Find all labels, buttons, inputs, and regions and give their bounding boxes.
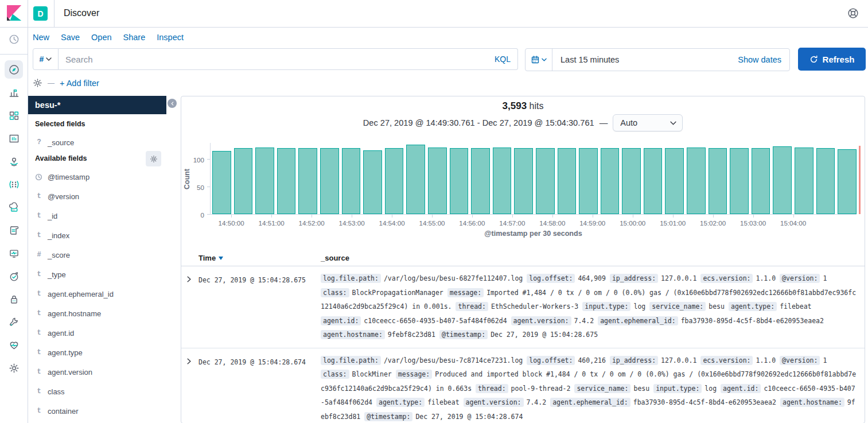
nav-dev-tools[interactable] <box>0 311 28 333</box>
refresh-button[interactable]: Refresh <box>798 48 866 71</box>
interval-select[interactable]: Auto <box>613 114 683 131</box>
field-item-_index[interactable]: t_index <box>35 226 161 245</box>
source-field-badge: @version: <box>780 274 820 283</box>
calendar-dropdown-button[interactable] <box>526 49 552 71</box>
histogram-bar[interactable] <box>709 148 727 214</box>
histogram-bar[interactable] <box>622 148 641 214</box>
histogram-bar[interactable] <box>514 148 533 214</box>
nav-metrics[interactable] <box>0 196 28 219</box>
histogram-bar[interactable] <box>816 148 835 214</box>
row-source: log.file.path:/var/log/besu/besu-6827fe1… <box>321 266 858 348</box>
field-item-agent.id[interactable]: tagent.id <box>35 323 161 343</box>
table-header: Time _source <box>181 250 865 266</box>
histogram-bar[interactable] <box>406 145 425 214</box>
canvas-icon <box>5 129 23 148</box>
search-input[interactable] <box>59 55 488 64</box>
histogram-bar[interactable] <box>536 148 555 214</box>
histogram-bar[interactable] <box>558 148 577 214</box>
source-field-badge: ecs.version: <box>700 274 753 283</box>
histogram-bar[interactable] <box>601 148 620 214</box>
lock-icon <box>5 290 23 308</box>
filter-type-button[interactable]: # <box>33 48 59 70</box>
date-field-icon <box>35 173 43 181</box>
nav-machine-learning[interactable] <box>0 173 28 196</box>
x-axis-tick-mark <box>633 215 633 218</box>
histogram-bar[interactable] <box>579 148 598 214</box>
logo-area[interactable] <box>0 0 28 28</box>
time-column-header[interactable]: Time <box>198 254 223 262</box>
add-filter-button[interactable]: + Add filter <box>60 79 99 88</box>
nav-stack-monitoring[interactable] <box>0 333 28 356</box>
kql-language-button[interactable]: KQL <box>488 55 517 64</box>
toolbar-link-open[interactable]: Open <box>91 33 111 42</box>
field-item-class[interactable]: tclass <box>35 382 161 401</box>
histogram-bar[interactable] <box>471 148 490 214</box>
nav-recently-viewed[interactable] <box>0 28 28 51</box>
help-button[interactable] <box>847 7 859 19</box>
nav-discover[interactable] <box>0 58 28 81</box>
field-item-@version[interactable]: t@version <box>35 187 161 206</box>
nav-maps[interactable] <box>0 150 28 173</box>
nav-logs[interactable] <box>0 219 28 242</box>
expand-row-button[interactable] <box>185 357 193 365</box>
histogram-bar[interactable] <box>255 148 274 214</box>
time-range-value[interactable]: Last 15 minutes <box>552 55 738 64</box>
histogram-bar[interactable] <box>277 148 296 214</box>
fields-settings-button[interactable] <box>146 151 161 166</box>
collapse-sidebar-button[interactable] <box>168 99 177 108</box>
histogram-bar[interactable] <box>428 148 447 214</box>
nav-apm[interactable] <box>0 242 28 265</box>
histogram-bar[interactable] <box>752 148 770 214</box>
histogram-bar[interactable] <box>320 148 339 214</box>
source-field-value: 460,216 <box>578 356 605 364</box>
field-item-agent.version[interactable]: tagent.version <box>35 362 161 382</box>
toolbar-link-new[interactable]: New <box>33 33 49 42</box>
histogram-bar[interactable] <box>687 148 706 214</box>
expand-row-button[interactable] <box>185 275 193 283</box>
source-field-badge: input.type: <box>582 302 630 311</box>
histogram-bar[interactable] <box>298 148 317 214</box>
toolbar-link-share[interactable]: Share <box>123 33 146 42</box>
filter-gear-icon[interactable] <box>33 78 42 88</box>
field-item-agent.hostname[interactable]: tagent.hostname <box>35 304 161 323</box>
histogram-bar[interactable] <box>342 148 361 214</box>
nav-dashboard[interactable] <box>0 104 28 127</box>
toolbar-link-save[interactable]: Save <box>61 33 80 42</box>
field-item-_score[interactable]: #_score <box>35 245 161 265</box>
histogram-bar[interactable] <box>644 148 663 214</box>
table-row: Dec 27, 2019 @ 15:04:28.675log.file.path… <box>181 266 865 348</box>
histogram-bar[interactable] <box>773 146 792 214</box>
field-name: agent.id <box>48 329 74 337</box>
histogram-bar[interactable] <box>838 149 857 215</box>
source-field-badge: agent.hostname: <box>780 398 844 407</box>
histogram-bar[interactable] <box>730 148 749 214</box>
field-item-@timestamp[interactable]: @timestamp <box>35 167 161 187</box>
field-item-agent.type[interactable]: tagent.type <box>35 343 161 362</box>
source-field-value: 1 <box>823 274 827 282</box>
field-item-_source[interactable]: ?_source <box>35 133 161 152</box>
nav-visualize[interactable] <box>0 81 28 104</box>
histogram-bar[interactable] <box>665 148 684 214</box>
histogram-bar[interactable] <box>234 148 253 214</box>
source-field-badge: service_name: <box>649 302 706 311</box>
histogram-bar[interactable] <box>450 148 469 214</box>
histogram-bar[interactable] <box>795 148 813 214</box>
index-pattern-selector[interactable]: besu-* <box>28 96 166 114</box>
nav-uptime[interactable] <box>0 265 28 288</box>
histogram-bar[interactable] <box>363 150 382 215</box>
histogram-bar[interactable] <box>493 148 512 214</box>
histogram-bar[interactable] <box>385 148 404 214</box>
x-axis-tick-mark <box>432 215 433 218</box>
field-item-_id[interactable]: t_id <box>35 206 161 226</box>
field-item-container[interactable]: tcontainer <box>35 401 161 421</box>
nav-siem[interactable] <box>0 288 28 311</box>
field-item-agent.ephemeral_id[interactable]: tagent.ephemeral_id <box>35 284 161 304</box>
show-dates-button[interactable]: Show dates <box>738 55 789 64</box>
chevron-down-icon <box>542 58 547 61</box>
source-field-badge: ip_address: <box>610 356 658 365</box>
nav-canvas[interactable] <box>0 127 28 150</box>
nav-management[interactable] <box>0 356 28 379</box>
field-item-_type[interactable]: t_type <box>35 265 161 284</box>
toolbar-link-inspect[interactable]: Inspect <box>157 33 184 42</box>
histogram-bar[interactable] <box>212 151 231 214</box>
